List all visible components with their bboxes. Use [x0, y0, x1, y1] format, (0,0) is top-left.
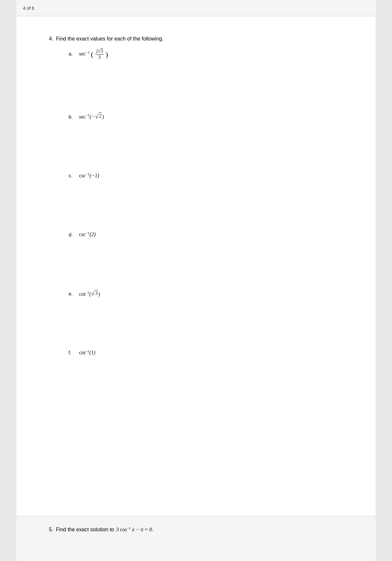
- sub-label-e: e.: [69, 291, 75, 297]
- math-expr-e: cot−1(√3): [79, 290, 100, 297]
- sub-parts: a. sec−1 ( 2√3 3 ) b. sec−1: [69, 48, 350, 356]
- sub-part-c: c. csc−1(−1): [69, 172, 350, 179]
- page-number: 4 of 6: [23, 6, 34, 11]
- sub-part-b: b. sec−1(−√2): [69, 113, 350, 120]
- page-content: 4. Find the exact values for each of the…: [36, 33, 356, 395]
- math-expr-a: sec−1 ( 2√3 3 ): [79, 48, 108, 60]
- bottom-section: 5. Find the exact solution to 3 cos−1 x …: [16, 516, 376, 561]
- sub-part-f: f. cot−1(1): [69, 349, 350, 356]
- question-5-row: 5. Find the exact solution to 3 cos−1 x …: [49, 526, 356, 533]
- question-4-number: 4.: [49, 36, 53, 42]
- question-5-expr: 3 cos−1 x − π = 0.: [116, 526, 153, 533]
- sub-label-b: b.: [69, 114, 75, 120]
- question-5-number: 5.: [49, 527, 53, 533]
- math-expr-c: csc−1(−1): [79, 172, 99, 179]
- sub-part-a: a. sec−1 ( 2√3 3 ): [69, 48, 350, 60]
- page-container: 4 of 6 4. Find the exact values for each…: [0, 0, 392, 561]
- sub-part-d: d. csc−1(2): [69, 231, 350, 237]
- question-4-row: 4. Find the exact values for each of the…: [49, 36, 350, 42]
- question-4-text: Find the exact values for each of the fo…: [56, 36, 163, 42]
- math-expr-f: cot−1(1): [79, 349, 95, 356]
- math-expr-d: csc−1(2): [79, 231, 96, 237]
- page-header: 4 of 6: [16, 0, 376, 16]
- sub-label-a: a.: [69, 51, 75, 56]
- question-5-intro: Find the exact solution to: [56, 527, 114, 533]
- sub-label-d: d.: [69, 232, 75, 237]
- main-page: 4 of 6 4. Find the exact values for each…: [16, 0, 376, 516]
- sub-part-e: e. cot−1(√3): [69, 290, 350, 297]
- sub-label-c: c.: [69, 173, 75, 178]
- sub-label-f: f.: [69, 350, 75, 355]
- math-expr-b: sec−1(−√2): [79, 113, 104, 120]
